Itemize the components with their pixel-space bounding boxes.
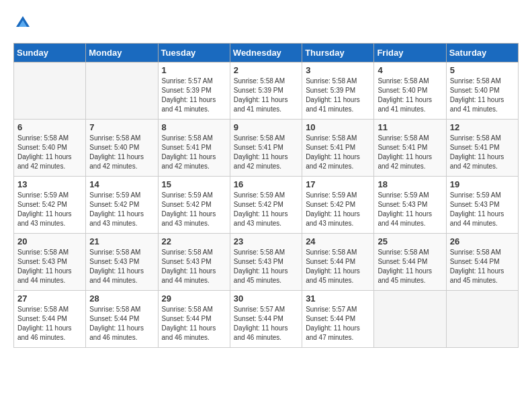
- calendar-week-row: 13Sunrise: 5:59 AM Sunset: 5:42 PM Dayli…: [14, 177, 519, 234]
- day-info: Sunrise: 5:59 AM Sunset: 5:42 PM Dayligh…: [17, 191, 82, 228]
- day-header: Tuesday: [158, 44, 230, 62]
- day-info: Sunrise: 5:59 AM Sunset: 5:42 PM Dayligh…: [306, 191, 370, 228]
- day-info: Sunrise: 5:58 AM Sunset: 5:43 PM Dayligh…: [17, 248, 82, 285]
- day-info: Sunrise: 5:58 AM Sunset: 5:41 PM Dayligh…: [378, 134, 442, 171]
- day-number: 2: [234, 65, 298, 75]
- calendar-cell: 17Sunrise: 5:59 AM Sunset: 5:42 PM Dayli…: [302, 177, 374, 234]
- day-info: Sunrise: 5:58 AM Sunset: 5:39 PM Dayligh…: [234, 77, 298, 114]
- day-info: Sunrise: 5:58 AM Sunset: 5:40 PM Dayligh…: [378, 77, 442, 114]
- calendar-cell: 14Sunrise: 5:59 AM Sunset: 5:42 PM Dayli…: [86, 177, 158, 234]
- calendar-cell: [374, 291, 446, 348]
- calendar-cell: [86, 62, 158, 120]
- day-info: Sunrise: 5:59 AM Sunset: 5:42 PM Dayligh…: [234, 191, 298, 228]
- day-number: 31: [306, 293, 370, 304]
- logo: [13, 13, 36, 32]
- day-header: Monday: [86, 44, 158, 62]
- calendar-cell: 11Sunrise: 5:58 AM Sunset: 5:41 PM Dayli…: [374, 120, 446, 177]
- day-header: Wednesday: [230, 44, 302, 62]
- day-number: 17: [306, 179, 370, 189]
- day-number: 11: [378, 122, 442, 132]
- day-info: Sunrise: 5:58 AM Sunset: 5:41 PM Dayligh…: [450, 134, 515, 171]
- day-info: Sunrise: 5:58 AM Sunset: 5:39 PM Dayligh…: [306, 77, 370, 114]
- day-info: Sunrise: 5:58 AM Sunset: 5:41 PM Dayligh…: [234, 134, 298, 171]
- day-info: Sunrise: 5:58 AM Sunset: 5:43 PM Dayligh…: [162, 248, 226, 285]
- calendar-cell: 10Sunrise: 5:58 AM Sunset: 5:41 PM Dayli…: [302, 120, 374, 177]
- calendar-week-row: 6Sunrise: 5:58 AM Sunset: 5:40 PM Daylig…: [14, 120, 519, 177]
- day-number: 30: [234, 293, 298, 304]
- day-info: Sunrise: 5:57 AM Sunset: 5:44 PM Dayligh…: [234, 305, 298, 342]
- day-info: Sunrise: 5:58 AM Sunset: 5:44 PM Dayligh…: [306, 248, 370, 285]
- day-info: Sunrise: 5:57 AM Sunset: 5:39 PM Dayligh…: [162, 77, 226, 114]
- day-info: Sunrise: 5:58 AM Sunset: 5:40 PM Dayligh…: [89, 134, 154, 171]
- day-info: Sunrise: 5:58 AM Sunset: 5:43 PM Dayligh…: [89, 248, 154, 285]
- day-info: Sunrise: 5:58 AM Sunset: 5:43 PM Dayligh…: [234, 248, 298, 285]
- day-number: 27: [17, 293, 82, 304]
- calendar-table: SundayMondayTuesdayWednesdayThursdayFrid…: [13, 43, 519, 348]
- calendar-cell: 29Sunrise: 5:58 AM Sunset: 5:44 PM Dayli…: [158, 291, 230, 348]
- day-number: 14: [89, 179, 154, 189]
- calendar-week-row: 20Sunrise: 5:58 AM Sunset: 5:43 PM Dayli…: [14, 234, 519, 291]
- calendar-cell: 9Sunrise: 5:58 AM Sunset: 5:41 PM Daylig…: [230, 120, 302, 177]
- calendar-cell: 5Sunrise: 5:58 AM Sunset: 5:40 PM Daylig…: [446, 62, 518, 120]
- calendar-week-row: 27Sunrise: 5:58 AM Sunset: 5:44 PM Dayli…: [14, 291, 519, 348]
- day-number: 13: [17, 179, 82, 189]
- calendar-cell: 22Sunrise: 5:58 AM Sunset: 5:43 PM Dayli…: [158, 234, 230, 291]
- day-number: 9: [234, 122, 298, 132]
- calendar-week-row: 1Sunrise: 5:57 AM Sunset: 5:39 PM Daylig…: [14, 62, 519, 120]
- day-number: 29: [162, 293, 226, 304]
- calendar-cell: 23Sunrise: 5:58 AM Sunset: 5:43 PM Dayli…: [230, 234, 302, 291]
- calendar-cell: 1Sunrise: 5:57 AM Sunset: 5:39 PM Daylig…: [158, 62, 230, 120]
- day-number: 28: [89, 293, 154, 304]
- day-number: 6: [17, 122, 82, 132]
- day-number: 8: [162, 122, 226, 132]
- day-number: 7: [89, 122, 154, 132]
- day-number: 12: [450, 122, 515, 132]
- day-info: Sunrise: 5:58 AM Sunset: 5:41 PM Dayligh…: [306, 134, 370, 171]
- calendar-header-row: SundayMondayTuesdayWednesdayThursdayFrid…: [14, 44, 519, 62]
- day-info: Sunrise: 5:59 AM Sunset: 5:43 PM Dayligh…: [378, 191, 442, 228]
- calendar-cell: 18Sunrise: 5:59 AM Sunset: 5:43 PM Dayli…: [374, 177, 446, 234]
- day-info: Sunrise: 5:59 AM Sunset: 5:43 PM Dayligh…: [450, 191, 515, 228]
- day-number: 21: [89, 236, 154, 246]
- calendar-cell: [14, 62, 86, 120]
- calendar-cell: 24Sunrise: 5:58 AM Sunset: 5:44 PM Dayli…: [302, 234, 374, 291]
- logo-icon: [13, 13, 32, 32]
- calendar-cell: 6Sunrise: 5:58 AM Sunset: 5:40 PM Daylig…: [14, 120, 86, 177]
- day-header: Friday: [374, 44, 446, 62]
- day-number: 18: [378, 179, 442, 189]
- day-info: Sunrise: 5:58 AM Sunset: 5:44 PM Dayligh…: [17, 305, 82, 342]
- calendar-cell: 12Sunrise: 5:58 AM Sunset: 5:41 PM Dayli…: [446, 120, 518, 177]
- day-number: 15: [162, 179, 226, 189]
- day-number: 22: [162, 236, 226, 246]
- calendar-cell: 3Sunrise: 5:58 AM Sunset: 5:39 PM Daylig…: [302, 62, 374, 120]
- day-number: 24: [306, 236, 370, 246]
- day-info: Sunrise: 5:57 AM Sunset: 5:44 PM Dayligh…: [306, 305, 370, 342]
- day-info: Sunrise: 5:58 AM Sunset: 5:41 PM Dayligh…: [162, 134, 226, 171]
- day-info: Sunrise: 5:58 AM Sunset: 5:44 PM Dayligh…: [378, 248, 442, 285]
- day-number: 25: [378, 236, 442, 246]
- calendar-cell: 27Sunrise: 5:58 AM Sunset: 5:44 PM Dayli…: [14, 291, 86, 348]
- day-info: Sunrise: 5:59 AM Sunset: 5:42 PM Dayligh…: [162, 191, 226, 228]
- day-number: 26: [450, 236, 515, 246]
- day-number: 1: [162, 65, 226, 75]
- day-header: Sunday: [14, 44, 86, 62]
- calendar-cell: 15Sunrise: 5:59 AM Sunset: 5:42 PM Dayli…: [158, 177, 230, 234]
- day-header: Saturday: [446, 44, 518, 62]
- day-number: 23: [234, 236, 298, 246]
- day-number: 10: [306, 122, 370, 132]
- calendar-cell: 21Sunrise: 5:58 AM Sunset: 5:43 PM Dayli…: [86, 234, 158, 291]
- day-number: 20: [17, 236, 82, 246]
- calendar-cell: 19Sunrise: 5:59 AM Sunset: 5:43 PM Dayli…: [446, 177, 518, 234]
- calendar-cell: 31Sunrise: 5:57 AM Sunset: 5:44 PM Dayli…: [302, 291, 374, 348]
- calendar-cell: 8Sunrise: 5:58 AM Sunset: 5:41 PM Daylig…: [158, 120, 230, 177]
- calendar-cell: 28Sunrise: 5:58 AM Sunset: 5:44 PM Dayli…: [86, 291, 158, 348]
- day-number: 5: [450, 65, 515, 75]
- calendar-cell: 13Sunrise: 5:59 AM Sunset: 5:42 PM Dayli…: [14, 177, 86, 234]
- calendar-cell: 25Sunrise: 5:58 AM Sunset: 5:44 PM Dayli…: [374, 234, 446, 291]
- day-header: Thursday: [302, 44, 374, 62]
- page-header: [13, 13, 519, 32]
- day-info: Sunrise: 5:58 AM Sunset: 5:44 PM Dayligh…: [89, 305, 154, 342]
- day-number: 4: [378, 65, 442, 75]
- day-info: Sunrise: 5:58 AM Sunset: 5:40 PM Dayligh…: [450, 77, 515, 114]
- calendar-cell: 20Sunrise: 5:58 AM Sunset: 5:43 PM Dayli…: [14, 234, 86, 291]
